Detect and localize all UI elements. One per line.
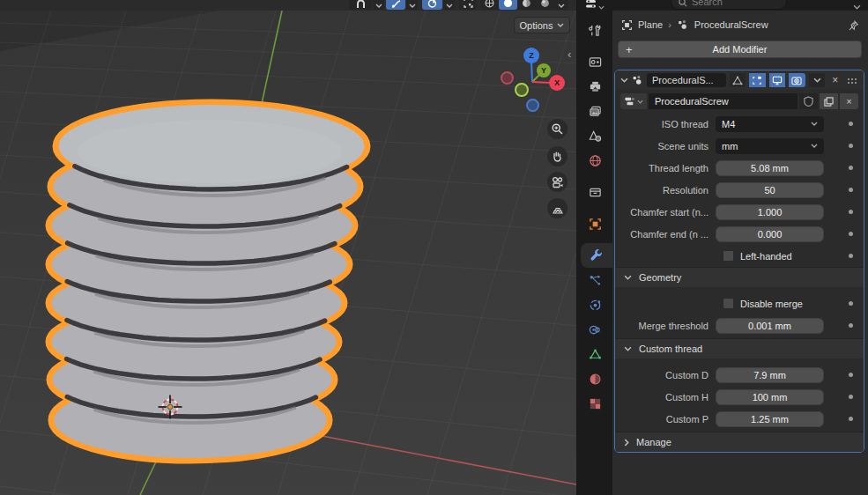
zoom-button[interactable] (547, 119, 568, 139)
unlink-data-button[interactable]: × (840, 93, 858, 109)
param-row-left-handed: Left-handed (615, 245, 864, 267)
shading-solid-icon[interactable] (499, 0, 517, 10)
orientation-dropdown-chevron-icon[interactable] (443, 0, 455, 10)
shading-rendered-icon[interactable] (536, 0, 554, 10)
scene-units-dropdown[interactable]: mm (716, 138, 824, 154)
viewport-canvas[interactable] (0, 0, 576, 495)
expand-chevron-icon[interactable] (620, 78, 628, 83)
custom-p-slider[interactable]: 1.25 mm (716, 411, 824, 427)
viewport-3d[interactable]: Options ‹ Z Y X (0, 0, 576, 495)
tab-physics[interactable] (577, 292, 612, 317)
transform-orientation-icon[interactable] (422, 0, 442, 10)
tab-collection[interactable] (577, 180, 612, 204)
custom-d-slider[interactable]: 7.9 mm (716, 367, 824, 383)
gizmo-y-neg-axis[interactable] (515, 83, 529, 97)
shading-material-preview-icon[interactable] (517, 0, 536, 10)
breadcrumb-modifier[interactable]: ProceduralScrew (694, 19, 768, 30)
iso-thread-dropdown[interactable]: M4 (716, 116, 824, 132)
pin-icon[interactable] (848, 19, 859, 31)
geometry-section-header[interactable]: Geometry (615, 267, 864, 287)
tab-view-layer[interactable] (577, 99, 612, 123)
tab-output[interactable] (577, 74, 612, 99)
toggle-projection-button[interactable] (547, 198, 568, 218)
input-attribute-dot[interactable] (849, 144, 853, 148)
properties-editor: Search (576, 0, 868, 495)
param-row-disable-merge: Disable merge (615, 292, 864, 314)
input-attribute-dot[interactable] (849, 188, 853, 192)
tab-particles[interactable] (577, 268, 612, 292)
physics-icon (589, 299, 602, 312)
modifier-name-field[interactable]: ProceduralS... (647, 73, 726, 87)
tab-world[interactable] (577, 148, 612, 173)
realtime-display-toggle[interactable] (769, 73, 786, 87)
gizmo-y-axis[interactable]: Y (537, 63, 551, 78)
input-attribute-dot[interactable] (849, 301, 853, 306)
gizmo-z-neg-axis[interactable] (526, 99, 539, 112)
tab-material[interactable] (577, 366, 612, 391)
resolution-slider[interactable]: 50 (716, 182, 824, 198)
input-attribute-dot[interactable] (849, 232, 853, 236)
gizmo-z-axis[interactable]: Z (523, 48, 539, 63)
input-attribute-dot[interactable] (849, 323, 853, 328)
tab-constraints[interactable] (577, 317, 612, 342)
xray-toggle-icon[interactable] (459, 0, 477, 10)
chamfer-end-slider[interactable]: 0.000 (716, 226, 824, 242)
options-label: Options (520, 20, 553, 31)
proportional-editing-icon[interactable] (386, 0, 405, 10)
input-attribute-dot[interactable] (849, 254, 853, 258)
tab-object[interactable] (577, 211, 612, 236)
disable-merge-checkbox[interactable] (723, 298, 734, 309)
render-display-toggle[interactable] (789, 73, 805, 87)
shading-wireframe-icon[interactable] (480, 0, 499, 10)
editor-type-button[interactable] (581, 0, 609, 11)
snap-dropdown-chevron-icon[interactable] (373, 0, 384, 10)
modifier-extras-chevron-icon[interactable] (809, 73, 826, 87)
on-cage-toggle[interactable] (730, 73, 746, 87)
section-chevron-icon (624, 275, 632, 280)
input-attribute-dot[interactable] (849, 166, 853, 170)
fake-user-shield-button[interactable] (799, 93, 818, 109)
duplicate-data-button[interactable] (820, 93, 838, 109)
proportional-dropdown-chevron-icon[interactable] (406, 0, 418, 10)
node-tree-browser-button[interactable] (620, 93, 647, 109)
thread-length-slider[interactable]: 5.08 mm (716, 160, 824, 176)
tab-modifiers[interactable] (581, 243, 612, 268)
tab-texture[interactable] (577, 391, 612, 416)
input-attribute-dot[interactable] (849, 373, 853, 377)
breadcrumb-object[interactable]: Plane (638, 19, 663, 30)
custom-h-slider[interactable]: 100 mm (716, 389, 824, 405)
merge-threshold-slider[interactable]: 0.001 mm (716, 318, 824, 334)
search-input[interactable]: Search (671, 0, 787, 10)
custom-thread-section-header[interactable]: Custom thread (615, 338, 864, 358)
tab-tool[interactable] (577, 18, 612, 42)
options-button[interactable]: Options (514, 17, 570, 33)
manage-section-header[interactable]: Manage (615, 432, 864, 452)
node-tree-name-input[interactable]: ProceduralScrew (649, 93, 798, 109)
input-attribute-dot[interactable] (849, 122, 853, 126)
param-row-scene-units: Scene units mm (615, 135, 864, 157)
edit-mode-toggle[interactable] (749, 73, 766, 87)
input-attribute-dot[interactable] (849, 395, 853, 399)
plus-icon: + (626, 43, 633, 56)
navigation-gizmo[interactable]: Z Y X (498, 44, 570, 116)
pan-button[interactable] (547, 146, 568, 166)
properties-editor-icon (585, 0, 597, 10)
tab-render[interactable] (577, 49, 612, 74)
snap-magnet-icon[interactable] (349, 0, 372, 10)
shading-dropdown-chevron-icon[interactable] (554, 0, 568, 10)
left-handed-checkbox[interactable] (723, 250, 734, 262)
drag-handle-icon[interactable] (847, 78, 858, 84)
gizmo-x-axis[interactable]: X (549, 75, 565, 91)
gizmo-x-neg-axis[interactable] (501, 71, 514, 85)
add-modifier-button[interactable]: + Add Modifier (618, 41, 862, 58)
delete-modifier-button[interactable]: × (828, 74, 842, 86)
chamfer-start-slider[interactable]: 1.000 (716, 204, 824, 220)
topbar-chevron-icon[interactable] (853, 1, 861, 11)
input-attribute-dot[interactable] (849, 417, 853, 421)
modifier-panel-header[interactable]: ProceduralS... × (615, 70, 864, 90)
tab-scene[interactable] (577, 123, 612, 148)
input-attribute-dot[interactable] (849, 210, 853, 214)
editor-type-chevron-icon (598, 5, 605, 10)
camera-view-button[interactable] (547, 172, 568, 192)
tab-object-data[interactable] (577, 342, 612, 366)
